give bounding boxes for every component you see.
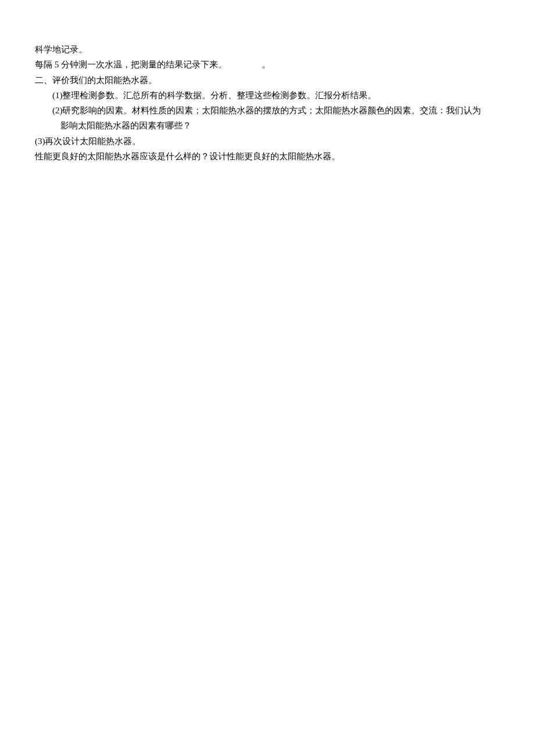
body-text-line: 性能更良好的太阳能热水器应该是什么样的？设计性能更良好的太阳能热水器。 [35, 149, 506, 164]
section-heading: 二、评价我们的太阳能热水器。 [35, 73, 506, 88]
list-item: (3)再次设计太阳能热水器。 [35, 134, 506, 149]
list-item: (2)研究影响的因素。材料性质的因素；太阳能热水器的摆放的方式；太阳能热水器颜色… [35, 103, 506, 118]
list-item-continuation: 影响太阳能热水器的因素有哪些？ [35, 118, 506, 133]
body-text-line: 每隔 5 分钟测一次水温，把测量的结果记录下来。 。 [35, 57, 506, 72]
list-item: (1)整理检测参数。汇总所有的科学数据。分析、整理这些检测参数。汇报分析结果。 [35, 88, 506, 103]
body-text-line: 科学地记录。 [35, 42, 506, 57]
